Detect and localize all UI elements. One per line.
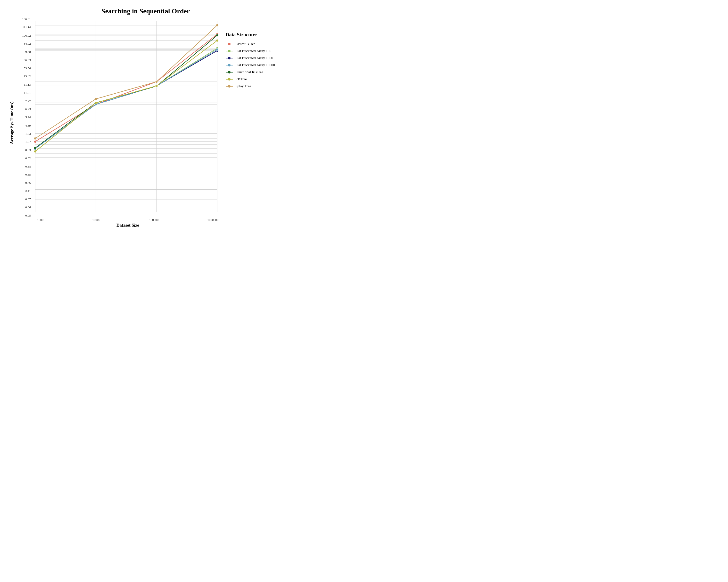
legend-item: RBTree	[226, 77, 284, 81]
y-tick-label: 11.01	[24, 91, 31, 94]
plot-svg-wrapper	[33, 18, 221, 217]
x-axis-label: Dataset Size	[35, 223, 221, 228]
y-tick-label: 0.11	[25, 189, 31, 193]
plot-area-container: 0.050.060.070.110.460.550.680.820.931.07…	[17, 18, 221, 228]
series-flat-bucketed-array-10000	[34, 48, 218, 150]
y-tick-label: 111.14	[22, 26, 31, 29]
legend-line-indicator	[226, 72, 233, 73]
legend-items-container: Fastest BTreeFlat Bucketed Array 100Flat…	[226, 42, 284, 91]
legend-item: Splay Tree	[226, 84, 284, 88]
svg-point-29	[34, 140, 36, 143]
legend-item: Flat Bucketed Array 1000	[226, 56, 284, 60]
y-tick-label: 7.77	[25, 100, 31, 103]
legend-label: Functional RBTree	[235, 70, 263, 74]
legend-label: Splay Tree	[235, 84, 251, 88]
y-tick-label: 5.24	[25, 116, 31, 119]
svg-point-48	[216, 34, 218, 37]
legend-line-indicator	[226, 51, 233, 51]
svg-point-52	[216, 39, 218, 42]
x-ticks: 1000100001000001000000	[35, 218, 221, 222]
y-axis-label: Average Sys.Time (ms)	[10, 101, 15, 144]
y-tick-label: 13.42	[24, 75, 31, 78]
svg-point-51	[155, 85, 158, 87]
series-functional-rbtree	[34, 34, 218, 149]
legend-line-indicator	[226, 65, 233, 65]
chart-title: Searching in Sequential Order	[101, 7, 190, 15]
legend-label: Fastest BTree	[235, 42, 255, 46]
y-tick-label: 56.33	[24, 58, 31, 62]
svg-point-53	[34, 137, 36, 140]
y-tick-label: 0.82	[25, 157, 31, 160]
x-tick-label: 100000	[149, 218, 158, 222]
legend-label: Flat Bucketed Array 10000	[235, 63, 275, 67]
y-tick-label: 0.05	[25, 214, 31, 217]
legend-label: Flat Bucketed Array 100	[235, 49, 271, 53]
y-tick-label: 0.46	[25, 181, 31, 184]
svg-point-50	[95, 102, 97, 104]
y-tick-label: 166.01	[22, 18, 31, 21]
y-ticks: 0.050.060.070.110.460.550.680.820.931.07…	[17, 18, 33, 217]
y-axis-label-container: Average Sys.Time (ms)	[7, 18, 17, 228]
y-tick-label: 0.07	[25, 198, 31, 201]
y-tick-label: 0.68	[25, 165, 31, 168]
legend-line-indicator	[226, 86, 233, 87]
y-tick-label: 59.48	[24, 50, 31, 53]
legend-line-indicator	[226, 79, 233, 80]
y-tick-label: 53.56	[24, 67, 31, 70]
svg-point-45	[34, 147, 36, 149]
svg-point-56	[216, 24, 218, 26]
legend-item: Fastest BTree	[226, 42, 284, 46]
series-rbtree	[34, 39, 218, 153]
svg-point-44	[216, 48, 218, 51]
y-tick-label: 1.33	[25, 132, 31, 135]
y-tick-label: 4.89	[25, 124, 31, 127]
main-svg	[33, 18, 221, 217]
legend-line-indicator	[226, 44, 233, 45]
legend-line-indicator	[226, 58, 233, 58]
legend-item: Functional RBTree	[226, 70, 284, 74]
svg-point-54	[95, 98, 97, 100]
series-splay-tree	[34, 24, 218, 140]
y-tick-label: 106.02	[22, 34, 31, 37]
y-tick-label: 1.07	[25, 140, 31, 143]
legend-title: Data Structure	[226, 32, 284, 37]
svg-point-49	[34, 150, 36, 153]
legend-item: Flat Bucketed Array 10000	[226, 63, 284, 67]
x-tick-label: 1000000	[207, 218, 218, 222]
y-tick-label: 6.23	[25, 107, 31, 111]
svg-point-55	[155, 81, 158, 83]
y-tick-label: 0.55	[25, 173, 31, 176]
x-tick-label: 1000	[37, 218, 44, 222]
legend-label: Flat Bucketed Array 1000	[235, 56, 273, 60]
chart-container: Searching in Sequential Order Average Sy…	[2, 2, 289, 230]
legend-label: RBTree	[235, 77, 247, 81]
x-tick-label: 10000	[92, 218, 100, 222]
grid-lines	[35, 21, 217, 212]
y-tick-label: 0.06	[25, 206, 31, 209]
y-tick-label: 84.02	[24, 42, 31, 45]
y-tick-label: 0.93	[25, 148, 31, 151]
legend: Data Structure Fastest BTreeFlat Buckete…	[221, 18, 284, 228]
series-flat-bucketed-array-100	[34, 47, 218, 153]
legend-item: Flat Bucketed Array 100	[226, 49, 284, 53]
y-tick-label: 11.13	[24, 83, 31, 86]
